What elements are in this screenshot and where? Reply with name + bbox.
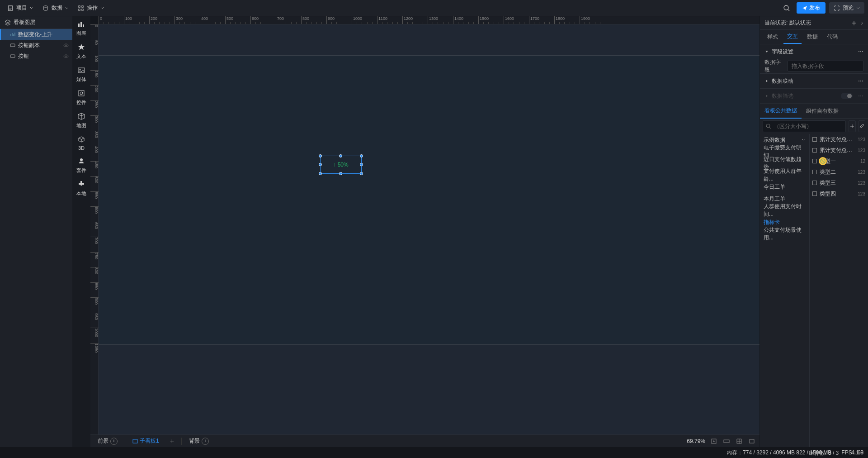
svg-point-30 [859,95,859,96]
layer-item[interactable]: 数据变化-上升 [0,29,72,40]
inspector-tab-样式[interactable]: 样式 [764,30,782,43]
rail-本地[interactable]: 本地 [76,180,86,197]
datasource-tab[interactable]: 组件自有数据 [802,104,843,118]
chevron-right-icon[interactable] [860,20,863,26]
svg-point-1 [44,5,48,7]
expand-icon [764,94,769,98]
svg-point-32 [862,95,863,96]
fit-width-button[interactable] [722,437,731,445]
field-item[interactable]: 类型三123 [810,177,868,188]
data-field-input[interactable] [788,61,863,72]
data-link-section: 数据联动 [760,74,868,89]
resize-handle[interactable] [319,154,322,157]
rail-图表[interactable]: 图表 [76,20,86,37]
add-datasource-button[interactable] [849,120,856,132]
grid-toggle-button[interactable] [735,437,743,445]
tab-background[interactable]: 背景 + [185,435,212,447]
rail-文本[interactable]: 文本 [76,43,86,60]
file-icon [7,5,14,11]
button-icon [10,53,15,59]
publish-label: 发布 [809,4,820,12]
artboard [99,55,760,345]
visibility-icon[interactable] [63,43,69,48]
field-item[interactable]: 累计支付总金...123 [810,145,868,156]
resize-handle[interactable] [339,154,342,157]
rail-套件[interactable]: 套件 [76,157,86,174]
datasource-search-input[interactable] [763,120,846,132]
edit-datasource-button[interactable] [859,120,866,132]
checkbox-icon[interactable] [812,148,817,153]
more-icon[interactable] [858,49,863,54]
resize-handle[interactable] [339,172,342,175]
field-item[interactable]: 类型四123 [810,188,868,199]
checkbox-icon[interactable] [812,170,817,174]
resize-handle[interactable] [360,172,363,175]
tab-subboard[interactable]: 子看板1 [129,435,163,447]
filter-toggle[interactable] [841,93,853,99]
menu-actions[interactable]: 操作 [74,2,108,14]
fit-screen-button[interactable] [710,437,718,445]
svg-point-9 [66,45,67,46]
datasource-tab[interactable]: 看板公共数据 [760,104,802,119]
svg-rect-15 [83,24,84,27]
checkbox-icon[interactable] [812,181,817,185]
preview-button[interactable]: 预览 [829,2,864,14]
rail-控件[interactable]: 控件 [76,89,86,106]
menu-data[interactable]: 数据 [39,2,72,14]
expand-icon[interactable] [764,79,769,83]
canvas-area: 0100200300400500600700800900100011001200… [90,16,760,447]
selected-component[interactable]: ↑ 50% [320,156,362,174]
checkbox-icon[interactable] [812,159,817,163]
rail-媒体[interactable]: 媒体 [76,66,86,83]
svg-point-24 [859,51,859,52]
inspector-tab-交互[interactable]: 交互 [783,30,802,44]
rail-3D[interactable]: 3D [77,135,85,151]
canvas-stage[interactable]: ↑ 50% [99,24,760,434]
layer-panel-header: 看板图层 [0,16,72,29]
checkbox-icon[interactable] [812,137,817,142]
tab-foreground-label: 前景 [98,437,108,445]
inspector-tab-代码[interactable]: 代码 [823,30,841,43]
add-icon[interactable]: + [110,438,118,445]
add-state-button[interactable] [851,20,857,26]
menu-project[interactable]: 项目 [4,2,37,14]
tab-background-label: 背景 [189,437,200,445]
menu-project-label: 项目 [16,4,27,12]
menu-data-label: 数据 [52,4,62,12]
layer-item[interactable]: 按钮 [0,51,72,62]
visibility-icon[interactable] [63,53,69,59]
resize-handle[interactable] [319,163,322,166]
rail-icon [77,43,85,51]
field-item[interactable]: 累计支付总笔...123 [810,134,868,145]
add-subboard-button[interactable]: + [166,435,178,447]
section-title: 数据筛选 [772,92,793,100]
layer-panel: 看板图层 数据变化-上升按钮副本按钮 [0,16,72,447]
dataset-node[interactable]: 公共支付场景使用... [760,228,809,240]
inspector-tabs: 样式交互数据代码 [760,30,868,44]
resize-handle[interactable] [319,172,322,175]
add-icon[interactable]: + [202,438,209,445]
search-button[interactable] [780,2,793,14]
chevron-down-icon [100,6,104,10]
dataset-node[interactable]: 支付使用人群年龄... [760,169,809,181]
layer-item[interactable]: 按钮副本 [0,40,72,51]
resize-handle[interactable] [360,154,363,157]
field-item[interactable]: 类型二123 [810,167,868,177]
publish-button[interactable]: 发布 [797,2,826,14]
svg-point-29 [862,81,863,81]
rail-地图[interactable]: 地图 [76,112,86,129]
component-count: 组件数: 3 / 3 [809,449,839,457]
inspector-tab-数据[interactable]: 数据 [803,30,821,43]
tab-foreground[interactable]: 前景 + [94,435,121,447]
view-button[interactable] [748,437,756,445]
svg-rect-14 [80,22,82,27]
resize-handle[interactable] [360,163,363,166]
status-bar: 内存：774 / 3292 / 4096 MB 822 / 1596 MB FP… [0,447,868,458]
collapse-icon[interactable] [764,49,769,54]
rail-icon [77,135,85,143]
preview-label: 预览 [843,4,854,12]
dataset-node[interactable]: 人群使用支付时间... [760,205,809,216]
more-icon[interactable] [858,93,863,99]
checkbox-icon[interactable] [812,191,817,196]
more-icon[interactable] [858,78,863,84]
